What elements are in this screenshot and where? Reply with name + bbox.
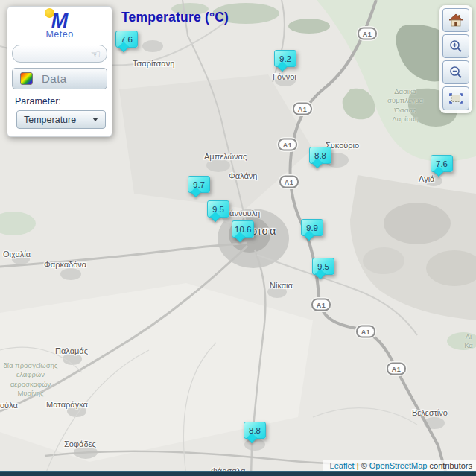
area-label: ΔασικόσύμπλεγμαΌσσαςΛαρίσας (383, 87, 428, 124)
map-toolbar (439, 5, 472, 113)
temperature-marker[interactable]: 9.2 (274, 50, 296, 67)
place-label: Οιχαλία (3, 250, 31, 258)
data-button-label: Data (42, 72, 67, 85)
place-label: Φαλάνη (229, 171, 257, 180)
area-label: δία προσγείωσηςελαφρώναεροσκαφώνΜυρίνης (1, 361, 60, 398)
marker-value: 9.2 (279, 54, 291, 63)
logo-sun-icon (45, 8, 54, 18)
marker-value: 7.6 (121, 35, 133, 44)
app-window: ΤσαρίτσανηΓόννοιΣυκούριοΑγιάΑμπελώναςΦαλ… (0, 0, 476, 476)
box-zoom-icon (448, 92, 463, 104)
temperature-marker[interactable]: 7.6 (115, 31, 138, 48)
back-bar[interactable]: ☜ (12, 45, 107, 63)
temperature-marker[interactable]: 9.7 (188, 176, 210, 193)
logo-m-icon: M (51, 11, 69, 31)
meteo-logo: M Meteo (10, 10, 109, 42)
marker-value: 9.5 (317, 262, 329, 271)
marker-value: 7.6 (436, 159, 448, 168)
home-icon (448, 13, 463, 27)
osm-link[interactable]: OpenStreetMap (369, 461, 428, 470)
marker-value: 9.9 (306, 223, 318, 232)
road-badge-a1: A1 (387, 363, 406, 375)
road-badge-a1: A1 (278, 139, 297, 151)
map-attribution: Leaflet | © OpenStreetMap contributors (323, 460, 476, 472)
road-badge-a1: A1 (279, 176, 299, 188)
marker-value: 9.5 (212, 205, 224, 214)
road-badge-a1: A1 (311, 299, 331, 311)
attribution-suffix: contributors (430, 461, 472, 470)
road-badge-a1: A1 (358, 28, 377, 40)
leaflet-link[interactable]: Leaflet (330, 461, 355, 470)
attribution-divider: | (357, 461, 359, 470)
place-label: Φαρκαδόνα (44, 260, 86, 269)
place-label: Νίκαια (270, 281, 293, 290)
zoom-in-icon (448, 39, 463, 54)
data-button[interactable]: Data (12, 68, 107, 89)
parameter-label: Parameter: (15, 96, 107, 107)
place-label: Βελεστίνο (412, 408, 448, 417)
bottom-bar (0, 471, 476, 476)
place-label: Σοφάδες (64, 439, 96, 448)
place-label: Γόννοι (273, 72, 296, 81)
area-label: ΛίΚα (462, 332, 475, 351)
place-label: Ματαράγκα (46, 400, 88, 409)
temperature-marker[interactable]: 9.5 (207, 200, 229, 218)
marker-value: 9.7 (193, 180, 205, 189)
zoom-in-button[interactable] (442, 34, 469, 58)
marker-value: 10.6 (235, 225, 251, 234)
temperature-marker[interactable]: 7.6 (431, 155, 453, 172)
road-badge-a1: A1 (356, 326, 375, 338)
zoom-out-button[interactable] (442, 60, 469, 84)
box-zoom-button[interactable] (442, 86, 469, 110)
parameter-dropdown[interactable]: Temperature (16, 110, 106, 129)
place-label: Αγιά (419, 174, 434, 183)
road-badge-a1: A1 (293, 103, 312, 115)
page-title: Temperature (°C) (121, 10, 229, 25)
zoom-out-icon (448, 65, 463, 80)
place-label: Παλαμάς (55, 346, 88, 355)
hand-pointer-icon: ☜ (91, 48, 101, 60)
temperature-marker[interactable]: 9.5 (312, 258, 334, 275)
chevron-down-icon (92, 118, 98, 121)
place-label: ούλα (0, 401, 18, 410)
copyright-symbol: © (361, 461, 367, 470)
temperature-marker[interactable]: 10.6 (232, 220, 254, 238)
temperature-marker[interactable]: 8.8 (309, 147, 331, 164)
temperature-marker[interactable]: 8.8 (244, 422, 266, 439)
marker-value: 8.8 (249, 426, 261, 435)
temperature-marker[interactable]: 9.9 (301, 219, 323, 236)
palette-icon (20, 72, 33, 85)
marker-value: 8.8 (314, 151, 326, 160)
place-label: Αμπελώνας (204, 152, 247, 161)
control-panel: M Meteo ☜ Data Parameter: Temperature (7, 6, 112, 137)
home-button[interactable] (442, 8, 469, 32)
parameter-value: Temperature (24, 115, 76, 125)
place-label: Τσαρίτσανη (133, 59, 174, 68)
